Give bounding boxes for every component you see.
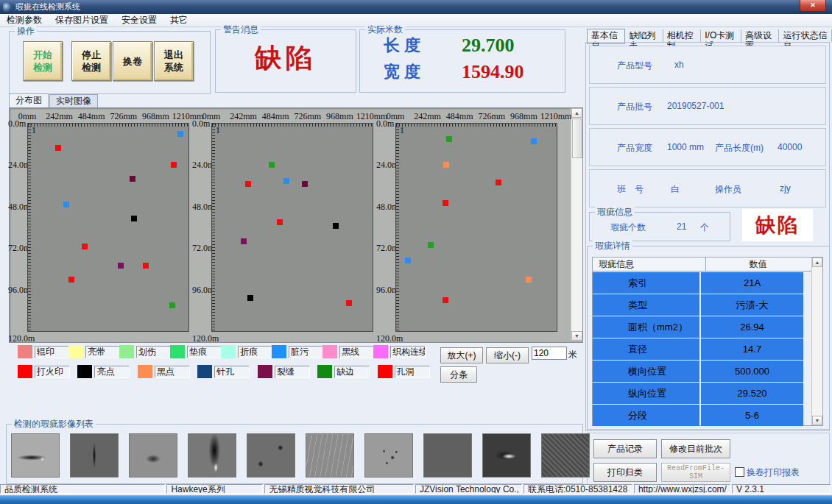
tab-相机控制[interactable]: 相机控制 <box>663 29 701 42</box>
defect-thumbnail[interactable] <box>306 433 354 478</box>
menu-item[interactable]: 检测参数 <box>0 14 49 26</box>
windows-taskbar[interactable] <box>0 495 832 504</box>
modify-batch-button[interactable]: 修改目前批次 <box>661 439 730 458</box>
tab-I/O卡测试[interactable]: I/O卡测试 <box>701 29 741 42</box>
defect-point[interactable] <box>302 181 308 187</box>
menu-item[interactable]: 安全设置 <box>115 14 163 26</box>
legend-label: 垫痕 <box>187 346 222 358</box>
table-vertical-scrollbar[interactable]: ▲▼ <box>811 258 822 425</box>
table-cell-label: 类型 <box>593 294 699 316</box>
defect-point[interactable] <box>55 145 61 151</box>
defect-point[interactable] <box>446 136 452 142</box>
op-button-exit[interactable]: 退出 系统 <box>154 41 194 81</box>
defect-point[interactable] <box>245 181 251 187</box>
defect-thumbnail[interactable] <box>541 433 590 478</box>
defect-point[interactable] <box>526 277 532 283</box>
product-model-label: 产品型号 <box>617 60 652 72</box>
defect-thumbnail[interactable] <box>423 433 472 478</box>
defect-point[interactable] <box>63 202 69 207</box>
meters-group: 实际米数 长度 29.700 宽度 1594.90 <box>359 29 565 93</box>
tab-缺陷列表[interactable]: 缺陷列表 <box>625 29 663 42</box>
length-label: 长度 <box>384 35 425 57</box>
defect-point[interactable] <box>496 180 501 185</box>
table-row[interactable]: 面积（mm2）26.94 <box>593 316 822 338</box>
defect-point[interactable] <box>443 297 448 303</box>
product-record-button[interactable]: 产品记录 <box>593 439 657 458</box>
defect-point[interactable] <box>283 178 289 184</box>
chart-vertical-scrollbar[interactable]: ▲ ▼ <box>571 108 582 341</box>
menu-item[interactable]: 保存图片设置 <box>49 14 115 26</box>
scatter-plot[interactable]: 1 <box>27 123 189 332</box>
op-button-stop[interactable]: 停止 检测 <box>71 41 111 81</box>
op-button-start[interactable]: 开始 检测 <box>23 41 63 81</box>
defect-point[interactable] <box>531 138 537 144</box>
table-row[interactable]: 横向位置500.000 <box>593 361 822 382</box>
defect-point[interactable] <box>131 216 137 221</box>
scroll-down-icon[interactable]: ▼ <box>571 331 582 341</box>
tab-分布图[interactable]: 分布图 <box>9 93 49 109</box>
defect-point[interactable] <box>169 302 175 308</box>
defect-point[interactable] <box>130 176 135 182</box>
legend-item: 裂缝 <box>258 364 317 379</box>
defect-thumbnail[interactable] <box>129 433 177 478</box>
split-button[interactable]: 分条 <box>440 366 477 383</box>
scatter-plot[interactable]: 1 <box>211 123 373 332</box>
defect-thumbnail[interactable] <box>247 433 295 478</box>
defect-point[interactable] <box>333 223 339 229</box>
print-sort-button[interactable]: 打印归类 <box>593 463 657 482</box>
defect-point[interactable] <box>269 162 275 168</box>
table-row[interactable]: 分段5-6 <box>593 405 822 426</box>
scatter-plot[interactable]: 1 <box>395 123 557 332</box>
tab-运行状态信息[interactable]: 运行状态信息 <box>779 29 832 42</box>
status-cell: V 2.3.1 <box>732 484 831 494</box>
defect-point[interactable] <box>428 242 434 248</box>
print-report-checkbox[interactable] <box>735 467 744 477</box>
defect-point[interactable] <box>277 219 283 225</box>
defect-point[interactable] <box>405 258 411 263</box>
legend-label: 亮点 <box>94 366 130 378</box>
scrollbar-thumb[interactable] <box>572 118 582 158</box>
scroll-down-icon[interactable]: ▼ <box>812 416 822 425</box>
scroll-up-icon[interactable]: ▲ <box>571 108 582 118</box>
menu-item[interactable]: 其它 <box>163 14 194 26</box>
op-button-change-roll[interactable]: 换卷 <box>113 41 152 81</box>
status-cell: http://www.wxjzsj.com/ <box>634 484 730 494</box>
defect-point[interactable] <box>443 162 449 168</box>
tab-高级设置[interactable]: 高级设置 <box>741 29 779 42</box>
close-button[interactable]: ✕ <box>800 0 826 12</box>
y-axis-tick-label: 120.0m <box>192 333 219 344</box>
width-label: 宽度 <box>384 61 425 83</box>
defect-point[interactable] <box>118 263 124 269</box>
defect-point[interactable] <box>247 295 253 301</box>
defect-thumbnail[interactable] <box>482 433 531 478</box>
defect-point[interactable] <box>171 162 177 168</box>
tab-实时图像[interactable]: 实时图像 <box>49 94 98 108</box>
defect-point[interactable] <box>68 277 74 283</box>
defect-point[interactable] <box>241 238 247 244</box>
defect-thumbnail[interactable] <box>70 433 119 478</box>
legend-label: 划伤 <box>136 346 172 358</box>
table-row[interactable]: 纵向位置29.520 <box>593 383 822 404</box>
scroll-up-icon[interactable]: ▲ <box>812 258 822 267</box>
legend-color-swatch <box>322 345 337 358</box>
table-header-value: 数值 <box>706 258 810 271</box>
defect-thumbnail[interactable] <box>188 433 236 478</box>
range-input[interactable] <box>532 347 567 360</box>
table-row[interactable]: 类型污渍-大 <box>593 294 822 316</box>
defect-point[interactable] <box>177 131 183 137</box>
x-axis-tick-label: 968mm <box>142 111 169 122</box>
table-row[interactable]: 直径14.7 <box>593 338 822 360</box>
status-cell: Hawkeye系列 <box>166 484 263 494</box>
table-cell-label: 横向位置 <box>593 361 699 382</box>
zoom-out-button[interactable]: 缩小(-) <box>486 347 529 363</box>
defect-thumbnail[interactable] <box>11 433 60 478</box>
defect-point[interactable] <box>82 244 88 249</box>
defect-thumbnail[interactable] <box>364 433 413 478</box>
legend-color-swatch <box>197 365 212 378</box>
table-row[interactable]: 索引21A <box>593 272 822 294</box>
defect-point[interactable] <box>346 300 352 306</box>
zoom-in-button[interactable]: 放大(+) <box>440 347 483 363</box>
defect-point[interactable] <box>443 200 448 206</box>
legend-item: 孔洞 <box>378 364 437 379</box>
defect-point[interactable] <box>143 263 149 269</box>
